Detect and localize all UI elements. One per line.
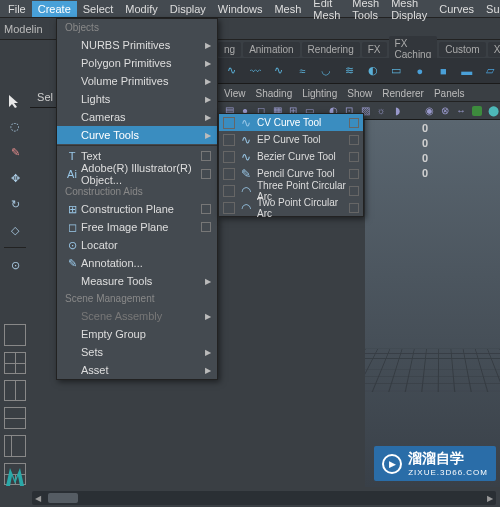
menu-item-polygon-primitives[interactable]: Polygon Primitives▶ (57, 54, 217, 72)
option-box-icon[interactable] (349, 118, 359, 128)
scale-tool-icon[interactable]: ◇ (4, 219, 26, 241)
submenu-item-bezier-curve-tool[interactable]: ∿Bezier Curve Tool (219, 148, 363, 165)
checkbox-icon[interactable] (223, 202, 235, 214)
menu-create[interactable]: Create (32, 1, 77, 17)
curve-icon[interactable]: 〰 (246, 61, 266, 81)
paint-tool-icon[interactable]: ✎ (4, 142, 26, 164)
move-tool-icon[interactable]: ✥ (4, 168, 26, 190)
menu-modify[interactable]: Modify (119, 1, 163, 17)
vp-icon[interactable] (470, 104, 484, 118)
option-box-icon[interactable] (201, 204, 211, 214)
menu-item-asset[interactable]: Asset▶ (57, 361, 217, 379)
menu-surfaces[interactable]: Surfaces (480, 1, 500, 17)
menu-item-annotation-[interactable]: ✎Annotation... (57, 254, 217, 272)
option-box-icon[interactable] (201, 169, 211, 179)
panel-menu-view[interactable]: View (224, 88, 246, 99)
panel-menu-lighting[interactable]: Lighting (302, 88, 337, 99)
isolate-icon[interactable]: ◉ (422, 104, 436, 118)
menu-item-curve-tools[interactable]: Curve Tools▶ (57, 126, 217, 144)
option-box-icon[interactable] (201, 222, 211, 232)
option-box-icon[interactable] (349, 203, 359, 213)
scroll-right-icon[interactable]: ▶ (484, 494, 496, 503)
panel-menu-shading[interactable]: Shading (256, 88, 293, 99)
layout-two-h-icon[interactable] (4, 407, 26, 429)
horizontal-scrollbar[interactable]: ◀ ▶ (32, 491, 496, 505)
menu-mesh[interactable]: Mesh (268, 1, 307, 17)
layout-four-icon[interactable] (4, 352, 26, 374)
menu-item-volume-primitives[interactable]: Volume Primitives▶ (57, 72, 217, 90)
viewport[interactable]: y x z (365, 120, 500, 487)
menu-item-locator[interactable]: ⊙Locator (57, 236, 217, 254)
option-box-icon[interactable] (201, 151, 211, 161)
shelf-tab-ng[interactable]: ng (218, 42, 241, 57)
menu-item-construction-plane[interactable]: ⊞Construction Plane (57, 200, 217, 218)
layout-single-icon[interactable] (4, 324, 26, 346)
menu-mesh-tools[interactable]: Mesh Tools (346, 0, 385, 23)
curve-icon[interactable]: ∿ (269, 61, 289, 81)
panel-menu-renderer[interactable]: Renderer (382, 88, 424, 99)
curve-icon[interactable]: ≈ (293, 61, 313, 81)
scroll-thumb[interactable] (48, 493, 78, 503)
menu-item-adobe-r-illustrator-r-object-[interactable]: AiAdobe(R) Illustrator(R) Object... (57, 165, 217, 183)
channel-value[interactable]: 0 (422, 167, 428, 179)
channel-value[interactable]: 0 (422, 122, 428, 134)
menu-file[interactable]: File (2, 1, 32, 17)
channel-value[interactable]: 0 (422, 152, 428, 164)
layout-outliner-icon[interactable] (4, 435, 26, 457)
option-box-icon[interactable] (349, 169, 359, 179)
xray-icon[interactable]: ⊗ (438, 104, 452, 118)
menu-item-measure-tools[interactable]: Measure Tools▶ (57, 272, 217, 290)
curve-icon[interactable]: ∿ (222, 61, 242, 81)
menu-item-sets[interactable]: Sets▶ (57, 343, 217, 361)
lasso-tool-icon[interactable]: ◌ (4, 116, 26, 138)
option-box-icon[interactable] (349, 135, 359, 145)
checkbox-icon[interactable] (223, 185, 235, 197)
menu-select[interactable]: Select (77, 1, 120, 17)
option-box-icon[interactable] (349, 186, 359, 196)
menu-curves[interactable]: Curves (433, 1, 480, 17)
menu-item-lights[interactable]: Lights▶ (57, 90, 217, 108)
menu-mesh-display[interactable]: Mesh Display (385, 0, 433, 23)
rotate-tool-icon[interactable]: ↻ (4, 193, 26, 215)
shelf-tab-animation[interactable]: Animation (243, 42, 299, 57)
submenu-item-two-point-circular-arc[interactable]: ◠Two Point Circular Arc (219, 199, 363, 216)
panel-menu-show[interactable]: Show (347, 88, 372, 99)
shelf-tab-fx[interactable]: FX (362, 42, 387, 57)
menu-windows[interactable]: Windows (212, 1, 269, 17)
poly-cyl-icon[interactable]: ▬ (457, 61, 477, 81)
checkbox-icon[interactable] (223, 134, 235, 146)
submenu-item-ep-curve-tool[interactable]: ∿EP Curve Tool (219, 131, 363, 148)
option-box-icon[interactable] (349, 152, 359, 162)
snap-icon[interactable]: ⊙ (4, 254, 26, 276)
submenu-item-cv-curve-tool[interactable]: ∿CV Curve Tool (219, 114, 363, 131)
scroll-left-icon[interactable]: ◀ (32, 494, 44, 503)
nurbs-plane-icon[interactable]: ▭ (387, 61, 407, 81)
menu-display[interactable]: Display (164, 1, 212, 17)
menu-item-free-image-plane[interactable]: ◻Free Image Plane (57, 218, 217, 236)
layout-two-v-icon[interactable] (4, 380, 26, 402)
channel-value[interactable]: 0 (422, 137, 428, 149)
menu-item-nurbs-primitives[interactable]: NURBS Primitives▶ (57, 36, 217, 54)
poly-plane-icon[interactable]: ▱ (481, 61, 501, 81)
checkbox-icon[interactable] (223, 151, 235, 163)
shadow-icon[interactable]: ◗ (390, 104, 404, 118)
shelf-tab-rendering[interactable]: Rendering (302, 42, 360, 57)
shelf-tab-custom[interactable]: Custom (439, 42, 485, 57)
checkbox-icon[interactable] (223, 117, 235, 129)
nurbs-sphere-icon[interactable]: ◐ (363, 61, 383, 81)
mode-selector[interactable]: Modelin (4, 23, 43, 35)
curve-icon[interactable]: ◡ (316, 61, 336, 81)
menu-item-empty-group[interactable]: Empty Group (57, 325, 217, 343)
curve-icon[interactable]: ≋ (340, 61, 360, 81)
panel-menu-panels[interactable]: Panels (434, 88, 465, 99)
shelf-tab-xgen[interactable]: XGen (488, 42, 500, 57)
menu-edit-mesh[interactable]: Edit Mesh (307, 0, 346, 23)
light-icon[interactable]: ☼ (374, 104, 388, 118)
menu-item-cameras[interactable]: Cameras▶ (57, 108, 217, 126)
poly-cube-icon[interactable]: ■ (434, 61, 454, 81)
select-tool-icon[interactable] (4, 90, 26, 112)
expand-icon[interactable]: ↔ (454, 104, 468, 118)
checkbox-icon[interactable] (223, 168, 235, 180)
poly-sphere-icon[interactable]: ● (410, 61, 430, 81)
info-icon[interactable]: ⬤ (486, 104, 500, 118)
